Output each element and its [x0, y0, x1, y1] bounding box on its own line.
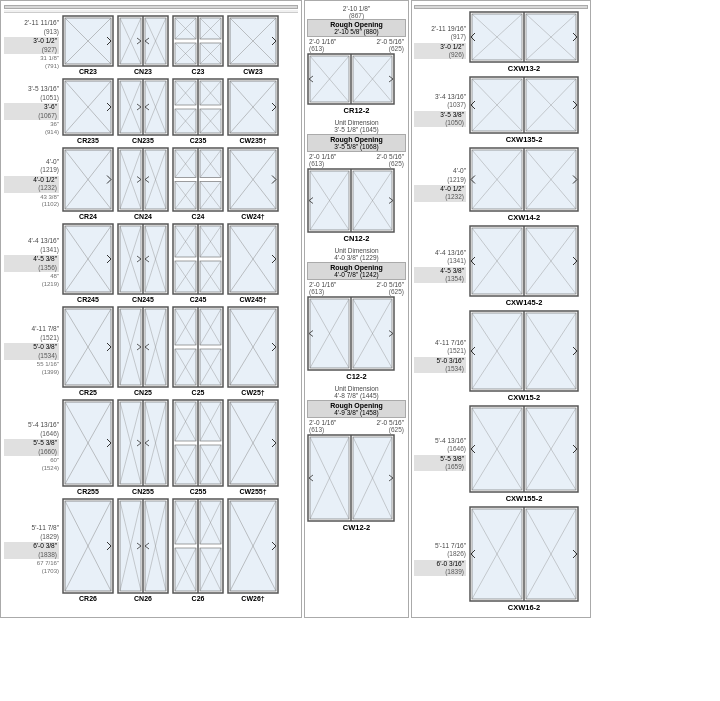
right-row-dims-3: 4'-4 13/16" (1341) 4'-5 3/8" (1354) [414, 249, 469, 284]
row-dims-0: 2'-11 11/16" (913) 3'-0 1/2" (927) 31 1/… [4, 19, 62, 70]
win-cell-3-3: CW245† [227, 223, 279, 303]
left-row-3: 4'-4 13/16" (1341) 4'-5 3/8" (1356) 48" … [4, 223, 298, 303]
win-cell-5-0: CR255 [62, 399, 114, 495]
right-win-cell-5: CXW155-2 [469, 405, 579, 503]
mid-blocks: 2'-10 1/8"(867)Rough Opening2'-10 5/8" (… [307, 5, 406, 532]
right-win-cell-4: CXW15-2 [469, 310, 579, 402]
win-cell-1-2: C235 [172, 78, 224, 144]
row-dims-3: 4'-4 13/16" (1341) 4'-5 3/8" (1356) 48" … [4, 237, 62, 288]
row-dims-1: 3'-5 13/16" (1051) 3'-6" (1067) 36" (914… [4, 85, 62, 136]
win-cell-2-2: C24 [172, 147, 224, 220]
right-win-cell-1: CXW135-2 [469, 76, 579, 144]
left-row-5: 5'-4 13/16" (1646) 5'-5 3/8" (1660) 60" … [4, 399, 298, 495]
mid-block-0: 2'-10 1/8"(867)Rough Opening2'-10 5/8" (… [307, 5, 406, 115]
right-section: 2'-11 19/16" (917) 3'-0 1/2" (926) CXW13… [411, 0, 591, 618]
win-cell-3-1: CN245 [117, 223, 169, 303]
mid-block-3: Unit Dimension4'-8 7/8" (1445)Rough Open… [307, 385, 406, 532]
left-row-6: 5'-11 7/8" (1829) 6'-0 3/8" (1838) 67 7/… [4, 498, 298, 602]
win-cell-0-0: CR23 [62, 15, 114, 75]
win-cell-0-1: CN23 [117, 15, 169, 75]
right-row-6: 5'-11 7/16" (1826) 6'-0 3/16" (1839) CXW… [414, 506, 588, 612]
right-row-dims-4: 4'-11 7/16" (1521) 5'-0 3/16" (1534) [414, 339, 469, 374]
left-row-1: 3'-5 13/16" (1051) 3'-6" (1067) 36" (914… [4, 78, 298, 144]
win-cell-1-3: CW235† [227, 78, 279, 144]
win-cell-4-3: CW25† [227, 306, 279, 396]
mid-block-2: Unit Dimension4'-0 3/8" (1229)Rough Open… [307, 247, 406, 381]
page-wrapper: 2'-11 11/16" (913) 3'-0 1/2" (927) 31 1/… [0, 0, 720, 618]
win-cell-5-1: CN255 [117, 399, 169, 495]
win-cell-5-2: C255 [172, 399, 224, 495]
right-win-cell-2: CXW14-2 [469, 147, 579, 222]
win-cell-1-0: CR235 [62, 78, 114, 144]
right-row-3: 4'-4 13/16" (1341) 4'-5 3/8" (1354) CXW1… [414, 225, 588, 307]
right-win-cell-6: CXW16-2 [469, 506, 579, 612]
win-cell-5-3: CW255† [227, 399, 279, 495]
mid-block-1: Unit Dimension3'-5 1/8" (1045)Rough Open… [307, 119, 406, 243]
mid-section: 2'-10 1/8"(867)Rough Opening2'-10 5/8" (… [304, 0, 409, 618]
unob-label [4, 10, 62, 12]
left-row-4: 4'-11 7/8" (1521) 5'-0 3/8" (1534) 55 1/… [4, 306, 298, 396]
win-cell-4-0: CR25 [62, 306, 114, 396]
row-dims-4: 4'-11 7/8" (1521) 5'-0 3/8" (1534) 55 1/… [4, 325, 62, 376]
right-ro-header [415, 6, 470, 8]
right-row-2: 4'-0" (1219) 4'-0 1/2" (1232) CXW14-2 [414, 147, 588, 222]
row-dims-6: 5'-11 7/8" (1829) 6'-0 3/8" (1838) 67 7/… [4, 524, 62, 575]
right-row-5: 5'-4 13/16" (1646) 5'-5 3/8" (1659) CXW1… [414, 405, 588, 503]
win-cell-0-3: CW23 [227, 15, 279, 75]
right-row-dims-2: 4'-0" (1219) 4'-0 1/2" (1232) [414, 167, 469, 202]
win-cell-6-1: CN26 [117, 498, 169, 602]
left-ro-header [5, 6, 63, 8]
row-dims-2: 4'-0" (1219) 4'-0 1/2" (1232) 43 3/8" (1… [4, 158, 62, 209]
right-win-cell-3: CXW145-2 [469, 225, 579, 307]
win-cell-3-2: C245 [172, 223, 224, 303]
win-cell-6-0: CR26 [62, 498, 114, 602]
win-cell-2-3: CW24† [227, 147, 279, 220]
win-cell-2-1: CN24 [117, 147, 169, 220]
right-data-rows: 2'-11 19/16" (917) 3'-0 1/2" (926) CXW13… [414, 11, 588, 612]
left-row-2: 4'-0" (1219) 4'-0 1/2" (1232) 43 3/8" (1… [4, 147, 298, 220]
right-row-dims-5: 5'-4 13/16" (1646) 5'-5 3/8" (1659) [414, 437, 469, 472]
right-row-dims-1: 3'-4 13/16" (1037) 3'-5 3/8" (1050) [414, 93, 469, 128]
win-cell-1-1: CN235 [117, 78, 169, 144]
left-section: 2'-11 11/16" (913) 3'-0 1/2" (927) 31 1/… [0, 0, 302, 618]
win-cell-3-0: CR245 [62, 223, 114, 303]
right-row-1: 3'-4 13/16" (1037) 3'-5 3/8" (1050) CXW1… [414, 76, 588, 144]
win-cell-6-2: C26 [172, 498, 224, 602]
win-cell-2-0: CR24 [62, 147, 114, 220]
right-row-4: 4'-11 7/16" (1521) 5'-0 3/16" (1534) CXW… [414, 310, 588, 402]
win-cell-4-2: C25 [172, 306, 224, 396]
right-ro-col [470, 6, 587, 8]
win-cell-4-1: CN25 [117, 306, 169, 396]
right-row-dims-0: 2'-11 19/16" (917) 3'-0 1/2" (926) [414, 25, 469, 60]
right-row-0: 2'-11 19/16" (917) 3'-0 1/2" (926) CXW13… [414, 11, 588, 73]
row-dims-5: 5'-4 13/16" (1646) 5'-5 3/8" (1660) 60" … [4, 421, 62, 472]
right-row-dims-6: 5'-11 7/16" (1826) 6'-0 3/16" (1839) [414, 542, 469, 577]
left-data-rows: 2'-11 11/16" (913) 3'-0 1/2" (927) 31 1/… [4, 15, 298, 602]
left-row-0: 2'-11 11/16" (913) 3'-0 1/2" (927) 31 1/… [4, 15, 298, 75]
right-win-cell-0: CXW13-2 [469, 11, 579, 73]
win-cell-6-3: CW26† [227, 498, 279, 602]
win-cell-0-2: C23 [172, 15, 224, 75]
